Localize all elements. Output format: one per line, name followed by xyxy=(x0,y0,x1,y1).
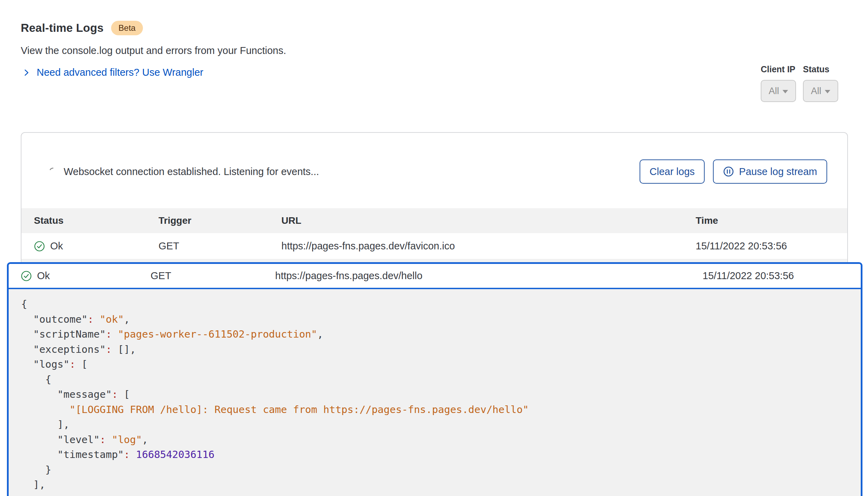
status-filter-dropdown[interactable]: All xyxy=(803,80,838,102)
caret-down-icon xyxy=(825,90,830,93)
pause-icon xyxy=(723,166,734,177)
check-circle-icon xyxy=(34,241,45,252)
client-ip-filter: Client IP All xyxy=(761,64,796,102)
status-filter: Status All xyxy=(803,64,838,102)
websocket-status-text: Websocket connection established. Listen… xyxy=(64,166,319,177)
column-header-url: URL xyxy=(281,215,696,226)
log-actions: Clear logs Pause log stream xyxy=(640,159,827,184)
column-header-trigger: Trigger xyxy=(159,215,281,226)
trigger-cell: GET xyxy=(159,240,281,252)
spinner-icon xyxy=(48,167,57,176)
status-value: Ok xyxy=(37,270,50,282)
clear-logs-button[interactable]: Clear logs xyxy=(640,159,705,184)
chevron-right-icon xyxy=(21,68,31,77)
page-subtitle: View the console.log output and errors f… xyxy=(21,45,286,56)
table-row[interactable]: Ok GET https://pages-fns.pages.dev/favic… xyxy=(21,233,847,259)
url-cell: https://pages-fns.pages.dev/hello xyxy=(275,270,703,282)
logs-card: Websocket connection established. Listen… xyxy=(21,132,848,277)
status-filter-label: Status xyxy=(803,64,838,74)
log-json: { "outcome": "ok", "scriptName": "pages-… xyxy=(9,289,861,493)
pause-log-stream-label: Pause log stream xyxy=(739,166,817,177)
url-cell: https://pages-fns.pages.dev/favicon.ico xyxy=(281,240,696,252)
log-table-header: Status Trigger URL Time xyxy=(21,208,847,233)
time-cell: 15/11/2022 20:53:56 xyxy=(703,270,861,282)
column-header-status: Status xyxy=(34,215,159,226)
expanded-log-panel: Ok GET https://pages-fns.pages.dev/hello… xyxy=(7,262,862,496)
caret-down-icon xyxy=(783,90,788,93)
selected-table-row[interactable]: Ok GET https://pages-fns.pages.dev/hello… xyxy=(9,264,861,289)
beta-badge: Beta xyxy=(111,21,143,35)
wrangler-filters-link[interactable]: Need advanced filters? Use Wrangler xyxy=(21,67,203,78)
trigger-cell: GET xyxy=(151,270,275,282)
client-ip-filter-label: Client IP xyxy=(761,64,796,74)
page-title: Real-time Logs xyxy=(21,21,103,35)
column-header-time: Time xyxy=(696,215,847,226)
status-value: Ok xyxy=(50,240,63,252)
wrangler-link-label: Need advanced filters? Use Wrangler xyxy=(37,67,203,78)
clear-logs-label: Clear logs xyxy=(650,166,695,177)
status-cell: Ok xyxy=(34,240,159,252)
check-circle-icon xyxy=(21,270,32,282)
page-header: Real-time Logs Beta xyxy=(21,21,143,35)
client-ip-filter-dropdown[interactable]: All xyxy=(761,80,796,102)
client-ip-filter-value: All xyxy=(769,86,779,97)
pause-log-stream-button[interactable]: Pause log stream xyxy=(713,159,827,184)
status-filter-value: All xyxy=(811,86,821,97)
time-cell: 15/11/2022 20:53:56 xyxy=(696,240,847,252)
status-cell: Ok xyxy=(21,270,151,282)
websocket-status-row: Websocket connection established. Listen… xyxy=(48,159,319,184)
realtime-logs-page: Real-time Logs Beta View the console.log… xyxy=(0,0,868,496)
